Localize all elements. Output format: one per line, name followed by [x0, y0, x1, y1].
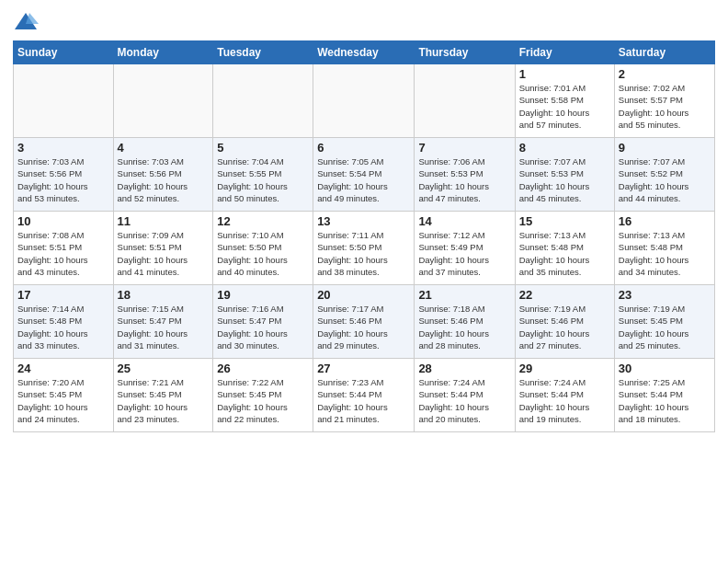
week-row-3: 17Sunrise: 7:14 AM Sunset: 5:48 PM Dayli…: [14, 285, 715, 359]
calendar-cell: 19Sunrise: 7:16 AM Sunset: 5:47 PM Dayli…: [213, 285, 313, 359]
calendar-cell: 21Sunrise: 7:18 AM Sunset: 5:46 PM Dayli…: [415, 285, 515, 359]
day-info: Sunrise: 7:01 AM Sunset: 5:58 PM Dayligh…: [519, 82, 610, 131]
week-row-0: 1Sunrise: 7:01 AM Sunset: 5:58 PM Daylig…: [14, 64, 715, 138]
day-number: 18: [118, 288, 210, 302]
day-number: 6: [317, 141, 410, 155]
day-number: 24: [17, 362, 109, 375]
day-info: Sunrise: 7:19 AM Sunset: 5:45 PM Dayligh…: [619, 303, 711, 351]
calendar-cell: 17Sunrise: 7:14 AM Sunset: 5:48 PM Dayli…: [14, 285, 114, 359]
day-info: Sunrise: 7:07 AM Sunset: 5:52 PM Dayligh…: [619, 155, 711, 204]
day-number: 23: [619, 288, 711, 302]
day-number: 7: [418, 141, 510, 155]
weekday-saturday: Saturday: [614, 41, 714, 64]
day-info: Sunrise: 7:06 AM Sunset: 5:53 PM Dayligh…: [418, 155, 510, 204]
day-info: Sunrise: 7:13 AM Sunset: 5:48 PM Dayligh…: [519, 229, 610, 278]
calendar-cell: 2Sunrise: 7:02 AM Sunset: 5:57 PM Daylig…: [614, 64, 714, 138]
calendar-cell: 29Sunrise: 7:24 AM Sunset: 5:44 PM Dayli…: [515, 359, 614, 432]
day-number: 26: [217, 362, 309, 375]
logo-icon: [13, 9, 39, 35]
calendar-cell: 5Sunrise: 7:04 AM Sunset: 5:55 PM Daylig…: [213, 138, 313, 212]
calendar-cell: 22Sunrise: 7:19 AM Sunset: 5:46 PM Dayli…: [515, 285, 614, 359]
calendar-cell: 1Sunrise: 7:01 AM Sunset: 5:58 PM Daylig…: [515, 64, 614, 138]
calendar-cell: 12Sunrise: 7:10 AM Sunset: 5:50 PM Dayli…: [213, 212, 313, 285]
day-number: 19: [217, 288, 309, 302]
calendar-cell: 7Sunrise: 7:06 AM Sunset: 5:53 PM Daylig…: [415, 138, 515, 212]
calendar-cell: [213, 64, 313, 138]
day-info: Sunrise: 7:18 AM Sunset: 5:46 PM Dayligh…: [418, 303, 510, 351]
calendar-cell: 24Sunrise: 7:20 AM Sunset: 5:45 PM Dayli…: [14, 359, 114, 432]
day-info: Sunrise: 7:20 AM Sunset: 5:45 PM Dayligh…: [17, 376, 109, 425]
day-info: Sunrise: 7:03 AM Sunset: 5:56 PM Dayligh…: [17, 155, 109, 204]
day-number: 9: [619, 141, 711, 155]
day-info: Sunrise: 7:21 AM Sunset: 5:45 PM Dayligh…: [118, 376, 210, 425]
day-info: Sunrise: 7:05 AM Sunset: 5:54 PM Dayligh…: [317, 155, 410, 204]
day-info: Sunrise: 7:22 AM Sunset: 5:45 PM Dayligh…: [217, 376, 309, 425]
calendar-cell: [313, 64, 415, 138]
day-info: Sunrise: 7:10 AM Sunset: 5:50 PM Dayligh…: [217, 229, 309, 278]
day-info: Sunrise: 7:03 AM Sunset: 5:56 PM Dayligh…: [118, 155, 210, 204]
day-number: 17: [17, 288, 109, 302]
calendar-cell: 3Sunrise: 7:03 AM Sunset: 5:56 PM Daylig…: [14, 138, 114, 212]
day-number: 15: [519, 214, 610, 228]
day-number: 25: [118, 362, 210, 375]
calendar-cell: 30Sunrise: 7:25 AM Sunset: 5:44 PM Dayli…: [614, 359, 714, 432]
calendar-cell: 4Sunrise: 7:03 AM Sunset: 5:56 PM Daylig…: [113, 138, 213, 212]
day-info: Sunrise: 7:19 AM Sunset: 5:46 PM Dayligh…: [519, 303, 610, 351]
week-row-4: 24Sunrise: 7:20 AM Sunset: 5:45 PM Dayli…: [14, 359, 715, 432]
day-info: Sunrise: 7:02 AM Sunset: 5:57 PM Dayligh…: [619, 82, 711, 131]
weekday-header-row: SundayMondayTuesdayWednesdayThursdayFrid…: [14, 41, 715, 64]
page: SundayMondayTuesdayWednesdayThursdayFrid…: [0, 0, 728, 442]
day-number: 16: [619, 214, 711, 228]
calendar-cell: 8Sunrise: 7:07 AM Sunset: 5:53 PM Daylig…: [515, 138, 614, 212]
calendar-cell: 18Sunrise: 7:15 AM Sunset: 5:47 PM Dayli…: [113, 285, 213, 359]
day-info: Sunrise: 7:14 AM Sunset: 5:48 PM Dayligh…: [17, 303, 109, 351]
calendar-cell: [415, 64, 515, 138]
day-number: 3: [17, 141, 109, 155]
calendar-cell: 9Sunrise: 7:07 AM Sunset: 5:52 PM Daylig…: [614, 138, 714, 212]
calendar-cell: 23Sunrise: 7:19 AM Sunset: 5:45 PM Dayli…: [614, 285, 714, 359]
week-row-1: 3Sunrise: 7:03 AM Sunset: 5:56 PM Daylig…: [14, 138, 715, 212]
weekday-thursday: Thursday: [415, 41, 515, 64]
day-number: 28: [418, 362, 510, 375]
day-info: Sunrise: 7:04 AM Sunset: 5:55 PM Dayligh…: [217, 155, 309, 204]
day-info: Sunrise: 7:08 AM Sunset: 5:51 PM Dayligh…: [17, 229, 109, 278]
day-info: Sunrise: 7:23 AM Sunset: 5:44 PM Dayligh…: [317, 376, 410, 425]
week-row-2: 10Sunrise: 7:08 AM Sunset: 5:51 PM Dayli…: [14, 212, 715, 285]
calendar-cell: 26Sunrise: 7:22 AM Sunset: 5:45 PM Dayli…: [213, 359, 313, 432]
calendar-cell: 6Sunrise: 7:05 AM Sunset: 5:54 PM Daylig…: [313, 138, 415, 212]
weekday-monday: Monday: [113, 41, 213, 64]
day-info: Sunrise: 7:16 AM Sunset: 5:47 PM Dayligh…: [217, 303, 309, 351]
calendar-cell: 10Sunrise: 7:08 AM Sunset: 5:51 PM Dayli…: [14, 212, 114, 285]
calendar-cell: 27Sunrise: 7:23 AM Sunset: 5:44 PM Dayli…: [313, 359, 415, 432]
calendar-cell: 20Sunrise: 7:17 AM Sunset: 5:46 PM Dayli…: [313, 285, 415, 359]
day-number: 4: [118, 141, 210, 155]
calendar-cell: [113, 64, 213, 138]
calendar-cell: 25Sunrise: 7:21 AM Sunset: 5:45 PM Dayli…: [113, 359, 213, 432]
weekday-tuesday: Tuesday: [213, 41, 313, 64]
calendar-cell: 15Sunrise: 7:13 AM Sunset: 5:48 PM Dayli…: [515, 212, 614, 285]
day-number: 20: [317, 288, 410, 302]
day-info: Sunrise: 7:12 AM Sunset: 5:49 PM Dayligh…: [418, 229, 510, 278]
day-info: Sunrise: 7:24 AM Sunset: 5:44 PM Dayligh…: [519, 376, 610, 425]
calendar-cell: 13Sunrise: 7:11 AM Sunset: 5:50 PM Dayli…: [313, 212, 415, 285]
day-info: Sunrise: 7:11 AM Sunset: 5:50 PM Dayligh…: [317, 229, 410, 278]
calendar-cell: 11Sunrise: 7:09 AM Sunset: 5:51 PM Dayli…: [113, 212, 213, 285]
day-number: 27: [317, 362, 410, 375]
day-info: Sunrise: 7:24 AM Sunset: 5:44 PM Dayligh…: [418, 376, 510, 425]
day-number: 12: [217, 214, 309, 228]
day-number: 1: [519, 67, 610, 81]
calendar-cell: [14, 64, 114, 138]
logo: [13, 9, 42, 35]
weekday-friday: Friday: [515, 41, 614, 64]
day-number: 5: [217, 141, 309, 155]
day-number: 22: [519, 288, 610, 302]
calendar-cell: 28Sunrise: 7:24 AM Sunset: 5:44 PM Dayli…: [415, 359, 515, 432]
svg-marker-1: [26, 13, 39, 24]
day-info: Sunrise: 7:17 AM Sunset: 5:46 PM Dayligh…: [317, 303, 410, 351]
day-number: 30: [619, 362, 711, 375]
weekday-wednesday: Wednesday: [313, 41, 415, 64]
day-info: Sunrise: 7:15 AM Sunset: 5:47 PM Dayligh…: [118, 303, 210, 351]
day-number: 10: [17, 214, 109, 228]
weekday-sunday: Sunday: [14, 41, 114, 64]
day-info: Sunrise: 7:07 AM Sunset: 5:53 PM Dayligh…: [519, 155, 610, 204]
